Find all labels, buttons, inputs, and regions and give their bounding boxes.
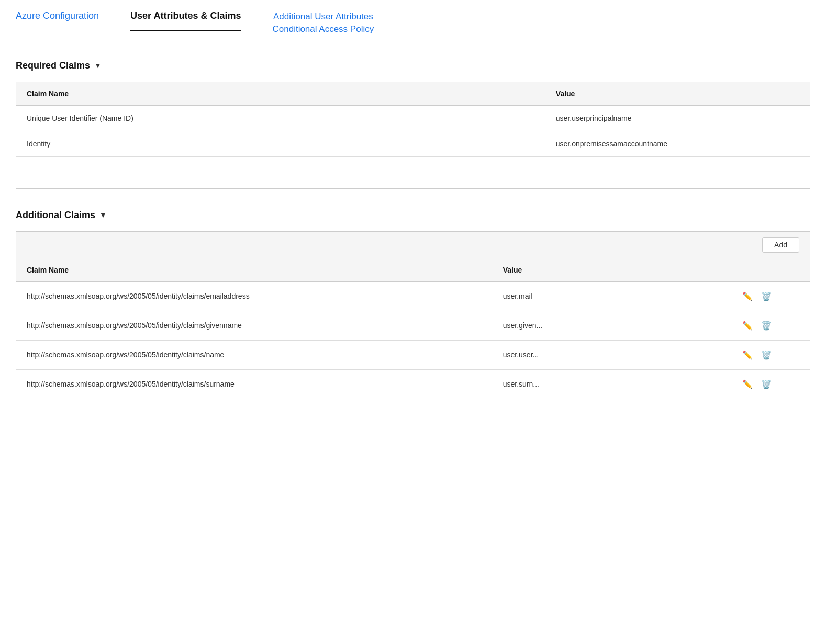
required-claim-row: Identity user.onpremisessamaccountname <box>16 131 810 156</box>
additional-claim-row: http://schemas.xmlsoap.org/ws/2005/05/id… <box>16 281 810 311</box>
additional-claims-table: Claim Name Value http://schemas.xmlsoap.… <box>16 258 810 399</box>
delete-claim-button[interactable]: 🗑️ <box>760 290 773 302</box>
required-claim-spacer <box>16 156 810 188</box>
tab-group-additional[interactable]: Additional User Attributes Conditional A… <box>272 10 374 44</box>
required-claim-value: user.onpremisessamaccountname <box>545 131 810 156</box>
required-claims-header: Required Claims ▼ <box>16 60 810 71</box>
additional-claim-name: http://schemas.xmlsoap.org/ws/2005/05/id… <box>16 281 493 311</box>
additional-claim-value: user.mail <box>493 281 731 311</box>
delete-claim-button[interactable]: 🗑️ <box>760 349 773 361</box>
additional-col-value: Value <box>493 258 731 281</box>
additional-claim-value: user.given... <box>493 311 731 340</box>
additional-claim-row: http://schemas.xmlsoap.org/ws/2005/05/id… <box>16 311 810 340</box>
additional-col-actions <box>731 258 810 281</box>
required-col-claim-name: Claim Name <box>16 82 545 105</box>
additional-claim-name: http://schemas.xmlsoap.org/ws/2005/05/id… <box>16 340 493 369</box>
additional-claims-header: Additional Claims ▼ <box>16 210 810 221</box>
additional-claim-actions: ✏️ 🗑️ <box>731 281 810 311</box>
tab-azure-configuration[interactable]: Azure Configuration <box>16 10 99 30</box>
delete-claim-button[interactable]: 🗑️ <box>760 320 773 332</box>
additional-claims-header-row: Claim Name Value <box>16 258 810 281</box>
required-claim-row: Unique User Identifier (Name ID) user.us… <box>16 105 810 131</box>
required-col-value: Value <box>545 82 810 105</box>
additional-claim-actions: ✏️ 🗑️ <box>731 340 810 369</box>
required-claims-arrow[interactable]: ▼ <box>94 61 102 70</box>
main-content: Required Claims ▼ Claim Name Value Uniqu… <box>0 44 826 415</box>
additional-claim-name: http://schemas.xmlsoap.org/ws/2005/05/id… <box>16 369 493 399</box>
required-claim-value: user.userprincipalname <box>545 105 810 131</box>
additional-claim-row: http://schemas.xmlsoap.org/ws/2005/05/id… <box>16 340 810 369</box>
additional-col-claim-name: Claim Name <box>16 258 493 281</box>
tab-conditional-access-policy[interactable]: Conditional Access Policy <box>272 23 374 36</box>
spacer-cell <box>16 156 810 188</box>
additional-claims-title: Additional Claims <box>16 210 95 221</box>
required-claim-name: Unique User Identifier (Name ID) <box>16 105 545 131</box>
edit-claim-button[interactable]: ✏️ <box>741 320 754 332</box>
tab-additional-user-attributes[interactable]: Additional User Attributes <box>273 10 373 23</box>
additional-claim-value: user.surn... <box>493 369 731 399</box>
tab-user-attributes-claims[interactable]: User Attributes & Claims <box>130 10 241 31</box>
additional-claim-value: user.user... <box>493 340 731 369</box>
edit-claim-button[interactable]: ✏️ <box>741 378 754 390</box>
required-claims-title: Required Claims <box>16 60 90 71</box>
additional-claim-name: http://schemas.xmlsoap.org/ws/2005/05/id… <box>16 311 493 340</box>
edit-claim-button[interactable]: ✏️ <box>741 349 754 361</box>
edit-claim-button[interactable]: ✏️ <box>741 290 754 302</box>
additional-claims-section: Additional Claims ▼ Add Claim Name Value… <box>16 210 810 399</box>
additional-claim-actions: ✏️ 🗑️ <box>731 311 810 340</box>
additional-claims-arrow[interactable]: ▼ <box>99 211 107 219</box>
additional-claims-toolbar: Add <box>16 231 810 258</box>
additional-claim-actions: ✏️ 🗑️ <box>731 369 810 399</box>
additional-claim-row: http://schemas.xmlsoap.org/ws/2005/05/id… <box>16 369 810 399</box>
delete-claim-button[interactable]: 🗑️ <box>760 378 773 390</box>
required-claims-header-row: Claim Name Value <box>16 82 810 105</box>
required-claims-table: Claim Name Value Unique User Identifier … <box>16 82 810 189</box>
nav-header: Azure Configuration User Attributes & Cl… <box>0 0 826 44</box>
add-claim-button[interactable]: Add <box>762 237 799 253</box>
required-claim-name: Identity <box>16 131 545 156</box>
